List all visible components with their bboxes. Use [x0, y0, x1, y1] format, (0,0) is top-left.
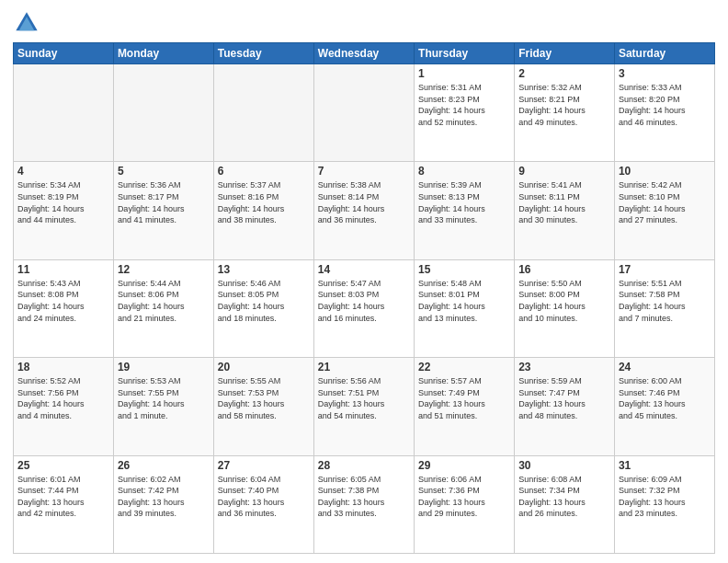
- day-number: 7: [318, 165, 410, 178]
- day-number: 10: [619, 165, 711, 178]
- calendar-cell: [14, 64, 114, 162]
- day-number: 21: [318, 361, 410, 373]
- day-number: 14: [318, 263, 410, 276]
- calendar-cell: 14Sunrise: 5:47 AM Sunset: 8:03 PM Dayli…: [313, 259, 414, 357]
- day-number: 20: [218, 361, 310, 373]
- calendar-cell: [113, 64, 213, 162]
- day-info: Sunrise: 6:09 AM Sunset: 7:32 PM Dayligh…: [619, 474, 711, 520]
- day-info: Sunrise: 6:06 AM Sunset: 7:36 PM Dayligh…: [418, 474, 510, 520]
- day-info: Sunrise: 6:05 AM Sunset: 7:38 PM Dayligh…: [318, 474, 410, 520]
- day-number: 31: [619, 459, 711, 472]
- header: [13, 9, 715, 37]
- calendar-cell: 6Sunrise: 5:37 AM Sunset: 8:16 PM Daylig…: [213, 162, 313, 259]
- calendar-cell: 28Sunrise: 6:05 AM Sunset: 7:38 PM Dayli…: [313, 455, 414, 553]
- day-number: 18: [17, 361, 109, 373]
- day-number: 11: [17, 263, 109, 276]
- day-number: 15: [418, 263, 510, 276]
- day-number: 24: [619, 361, 711, 373]
- calendar-cell: 20Sunrise: 5:55 AM Sunset: 7:53 PM Dayli…: [213, 358, 313, 455]
- calendar-cell: 26Sunrise: 6:02 AM Sunset: 7:42 PM Dayli…: [113, 455, 213, 553]
- calendar-cell: 5Sunrise: 5:36 AM Sunset: 8:17 PM Daylig…: [113, 162, 213, 259]
- logo: [13, 9, 44, 37]
- calendar-cell: 13Sunrise: 5:46 AM Sunset: 8:05 PM Dayli…: [213, 259, 313, 357]
- calendar-cell: 9Sunrise: 5:41 AM Sunset: 8:11 PM Daylig…: [515, 162, 615, 259]
- day-info: Sunrise: 5:52 AM Sunset: 7:56 PM Dayligh…: [17, 375, 109, 421]
- day-info: Sunrise: 5:50 AM Sunset: 8:00 PM Dayligh…: [518, 278, 610, 324]
- day-info: Sunrise: 6:04 AM Sunset: 7:40 PM Dayligh…: [218, 474, 310, 520]
- day-info: Sunrise: 5:59 AM Sunset: 7:47 PM Dayligh…: [518, 375, 610, 421]
- day-number: 27: [218, 459, 310, 472]
- calendar-cell: [213, 64, 313, 162]
- calendar-cell: 24Sunrise: 6:00 AM Sunset: 7:46 PM Dayli…: [614, 358, 714, 455]
- calendar-cell: 8Sunrise: 5:39 AM Sunset: 8:13 PM Daylig…: [415, 162, 515, 259]
- day-number: 8: [418, 165, 510, 178]
- day-header-tuesday: Tuesday: [213, 43, 313, 64]
- day-number: 26: [118, 459, 210, 472]
- day-info: Sunrise: 5:43 AM Sunset: 8:08 PM Dayligh…: [17, 278, 109, 324]
- calendar-cell: [313, 64, 414, 162]
- day-info: Sunrise: 5:53 AM Sunset: 7:55 PM Dayligh…: [118, 375, 210, 421]
- day-header-thursday: Thursday: [415, 43, 515, 64]
- day-info: Sunrise: 5:51 AM Sunset: 7:58 PM Dayligh…: [619, 278, 711, 324]
- calendar-week-row: 1Sunrise: 5:31 AM Sunset: 8:23 PM Daylig…: [14, 64, 715, 162]
- day-info: Sunrise: 5:56 AM Sunset: 7:51 PM Dayligh…: [318, 375, 410, 421]
- day-info: Sunrise: 5:47 AM Sunset: 8:03 PM Dayligh…: [318, 278, 410, 324]
- day-number: 23: [518, 361, 610, 373]
- calendar-cell: 31Sunrise: 6:09 AM Sunset: 7:32 PM Dayli…: [614, 455, 714, 553]
- day-number: 12: [118, 263, 210, 276]
- calendar-cell: 18Sunrise: 5:52 AM Sunset: 7:56 PM Dayli…: [14, 358, 114, 455]
- day-info: Sunrise: 5:33 AM Sunset: 8:20 PM Dayligh…: [619, 82, 711, 128]
- day-info: Sunrise: 5:44 AM Sunset: 8:06 PM Dayligh…: [118, 278, 210, 324]
- day-number: 1: [418, 67, 510, 80]
- calendar-page: SundayMondayTuesdayWednesdayThursdayFrid…: [0, 0, 728, 563]
- day-info: Sunrise: 5:37 AM Sunset: 8:16 PM Dayligh…: [218, 179, 310, 225]
- calendar-cell: 29Sunrise: 6:06 AM Sunset: 7:36 PM Dayli…: [415, 455, 515, 553]
- day-number: 17: [619, 263, 711, 276]
- day-info: Sunrise: 6:01 AM Sunset: 7:44 PM Dayligh…: [17, 474, 109, 520]
- calendar-cell: 25Sunrise: 6:01 AM Sunset: 7:44 PM Dayli…: [14, 455, 114, 553]
- calendar-week-row: 18Sunrise: 5:52 AM Sunset: 7:56 PM Dayli…: [14, 358, 715, 455]
- calendar-cell: 30Sunrise: 6:08 AM Sunset: 7:34 PM Dayli…: [515, 455, 615, 553]
- day-info: Sunrise: 6:02 AM Sunset: 7:42 PM Dayligh…: [118, 474, 210, 520]
- day-info: Sunrise: 6:00 AM Sunset: 7:46 PM Dayligh…: [619, 375, 711, 421]
- calendar-cell: 2Sunrise: 5:32 AM Sunset: 8:21 PM Daylig…: [515, 64, 615, 162]
- day-number: 25: [17, 459, 109, 472]
- calendar-cell: 21Sunrise: 5:56 AM Sunset: 7:51 PM Dayli…: [313, 358, 414, 455]
- day-header-sunday: Sunday: [14, 43, 114, 64]
- day-header-friday: Friday: [515, 43, 615, 64]
- calendar-cell: 16Sunrise: 5:50 AM Sunset: 8:00 PM Dayli…: [515, 259, 615, 357]
- calendar-header-row: SundayMondayTuesdayWednesdayThursdayFrid…: [14, 43, 715, 64]
- calendar-cell: 11Sunrise: 5:43 AM Sunset: 8:08 PM Dayli…: [14, 259, 114, 357]
- day-info: Sunrise: 5:36 AM Sunset: 8:17 PM Dayligh…: [118, 179, 210, 225]
- calendar-cell: 4Sunrise: 5:34 AM Sunset: 8:19 PM Daylig…: [14, 162, 114, 259]
- day-number: 19: [118, 361, 210, 373]
- day-number: 3: [619, 67, 711, 80]
- day-info: Sunrise: 5:57 AM Sunset: 7:49 PM Dayligh…: [418, 375, 510, 421]
- calendar-cell: 17Sunrise: 5:51 AM Sunset: 7:58 PM Dayli…: [614, 259, 714, 357]
- calendar-cell: 15Sunrise: 5:48 AM Sunset: 8:01 PM Dayli…: [415, 259, 515, 357]
- calendar-week-row: 4Sunrise: 5:34 AM Sunset: 8:19 PM Daylig…: [14, 162, 715, 259]
- day-number: 4: [17, 165, 109, 178]
- day-info: Sunrise: 6:08 AM Sunset: 7:34 PM Dayligh…: [518, 474, 610, 520]
- day-info: Sunrise: 5:41 AM Sunset: 8:11 PM Dayligh…: [518, 179, 610, 225]
- day-number: 22: [418, 361, 510, 373]
- day-number: 2: [518, 67, 610, 80]
- calendar-week-row: 11Sunrise: 5:43 AM Sunset: 8:08 PM Dayli…: [14, 259, 715, 357]
- day-info: Sunrise: 5:34 AM Sunset: 8:19 PM Dayligh…: [17, 179, 109, 225]
- calendar-cell: 3Sunrise: 5:33 AM Sunset: 8:20 PM Daylig…: [614, 64, 714, 162]
- day-number: 16: [518, 263, 610, 276]
- calendar-cell: 19Sunrise: 5:53 AM Sunset: 7:55 PM Dayli…: [113, 358, 213, 455]
- calendar-cell: 1Sunrise: 5:31 AM Sunset: 8:23 PM Daylig…: [415, 64, 515, 162]
- day-number: 6: [218, 165, 310, 178]
- calendar-cell: 27Sunrise: 6:04 AM Sunset: 7:40 PM Dayli…: [213, 455, 313, 553]
- calendar-table: SundayMondayTuesdayWednesdayThursdayFrid…: [13, 42, 715, 554]
- day-info: Sunrise: 5:38 AM Sunset: 8:14 PM Dayligh…: [318, 179, 410, 225]
- day-header-saturday: Saturday: [614, 43, 714, 64]
- calendar-cell: 22Sunrise: 5:57 AM Sunset: 7:49 PM Dayli…: [415, 358, 515, 455]
- day-info: Sunrise: 5:32 AM Sunset: 8:21 PM Dayligh…: [518, 82, 610, 128]
- calendar-cell: 10Sunrise: 5:42 AM Sunset: 8:10 PM Dayli…: [614, 162, 714, 259]
- day-info: Sunrise: 5:31 AM Sunset: 8:23 PM Dayligh…: [418, 82, 510, 128]
- day-number: 28: [318, 459, 410, 472]
- day-header-monday: Monday: [113, 43, 213, 64]
- calendar-cell: 12Sunrise: 5:44 AM Sunset: 8:06 PM Dayli…: [113, 259, 213, 357]
